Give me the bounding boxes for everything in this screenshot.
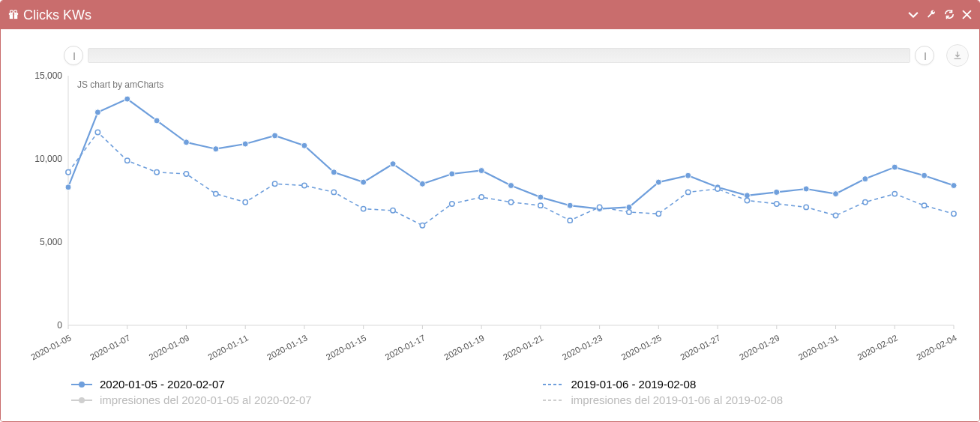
panel-title: Clicks KWs [23, 7, 91, 23]
svg-point-77 [125, 158, 130, 163]
scrollbar-handle-left[interactable]: || [64, 46, 83, 65]
svg-text:2020-01-05: 2020-01-05 [29, 333, 73, 361]
svg-point-65 [685, 172, 691, 178]
svg-point-84 [331, 190, 336, 194]
svg-point-70 [833, 191, 839, 197]
svg-point-87 [420, 223, 424, 228]
svg-point-54 [361, 179, 367, 185]
svg-text:2020-01-17: 2020-01-17 [384, 333, 427, 361]
svg-point-99 [775, 202, 779, 206]
svg-point-97 [715, 187, 720, 191]
panel: Clicks KWs || || 05,00010, [0, 0, 980, 422]
download-icon [952, 50, 963, 61]
svg-point-47 [154, 118, 160, 124]
svg-point-93 [597, 205, 601, 209]
svg-text:10,000: 10,000 [34, 154, 62, 164]
svg-point-100 [804, 205, 808, 209]
svg-point-55 [390, 161, 396, 167]
legend-swatch-grey-dash [543, 395, 564, 406]
close-icon[interactable] [962, 10, 972, 21]
svg-point-4 [14, 10, 17, 13]
svg-point-107 [79, 382, 85, 388]
legend-item-series2[interactable]: 2019-01-06 - 2019-02-08 [543, 378, 970, 391]
svg-point-48 [183, 139, 189, 145]
svg-text:2020-01-27: 2020-01-27 [679, 333, 722, 361]
svg-point-88 [450, 202, 454, 206]
refresh-icon[interactable] [944, 9, 955, 21]
line-chart: 05,00010,00015,000JS chart by amCharts20… [11, 70, 969, 370]
svg-point-75 [66, 170, 70, 175]
svg-point-78 [154, 170, 159, 175]
svg-text:2020-01-09: 2020-01-09 [148, 333, 191, 361]
svg-point-56 [419, 181, 425, 187]
svg-point-79 [184, 172, 188, 176]
svg-point-49 [213, 146, 219, 152]
svg-text:15,000: 15,000 [34, 70, 62, 81]
download-button[interactable] [946, 44, 969, 67]
svg-point-64 [655, 179, 661, 185]
legend-swatch-grey-solid [71, 395, 92, 406]
svg-point-81 [243, 200, 247, 205]
svg-point-98 [745, 198, 749, 202]
panel-body: || || 05,00010,00015,000JS chart by amCh… [1, 29, 979, 421]
svg-point-51 [272, 133, 278, 139]
chart-scrollbar: || || [64, 44, 969, 67]
svg-text:JS chart by amCharts: JS chart by amCharts [77, 79, 163, 90]
svg-point-69 [803, 186, 809, 192]
svg-point-73 [922, 172, 928, 178]
legend-item-series4[interactable]: impresiones del 2019-01-06 al 2019-02-08 [543, 394, 970, 406]
svg-point-58 [478, 168, 484, 174]
svg-point-104 [922, 203, 926, 208]
legend-swatch-solid [71, 379, 92, 390]
svg-point-60 [538, 194, 544, 200]
svg-point-85 [361, 206, 365, 211]
legend-label: 2020-01-05 - 2020-02-07 [100, 378, 225, 391]
legend-item-series3[interactable]: impresiones del 2020-01-05 al 2020-02-07 [71, 394, 498, 406]
scrollbar-handle-right[interactable]: || [915, 46, 934, 65]
svg-point-91 [538, 203, 543, 208]
svg-point-45 [94, 109, 100, 115]
svg-point-74 [951, 183, 957, 189]
svg-point-68 [774, 189, 780, 195]
svg-point-44 [65, 184, 71, 190]
svg-point-53 [331, 169, 337, 175]
svg-text:2020-02-04: 2020-02-04 [915, 333, 958, 361]
svg-point-90 [508, 200, 513, 205]
svg-text:2020-01-21: 2020-01-21 [502, 333, 545, 361]
svg-point-103 [892, 191, 897, 196]
svg-text:2020-01-15: 2020-01-15 [325, 333, 368, 361]
svg-point-72 [892, 164, 898, 170]
legend-label: impresiones del 2019-01-06 al 2019-02-08 [571, 394, 784, 406]
svg-point-95 [656, 211, 661, 216]
svg-text:5,000: 5,000 [40, 237, 62, 247]
legend-item-series1[interactable]: 2020-01-05 - 2020-02-07 [71, 378, 498, 391]
svg-text:2020-01-23: 2020-01-23 [561, 333, 604, 361]
svg-text:2020-01-31: 2020-01-31 [797, 333, 841, 361]
svg-point-80 [214, 191, 218, 196]
legend-swatch-dash [543, 379, 564, 390]
svg-text:2020-01-11: 2020-01-11 [206, 333, 250, 361]
panel-header-actions [908, 9, 972, 21]
svg-point-52 [301, 142, 307, 148]
svg-point-101 [833, 213, 838, 217]
svg-text:2020-01-13: 2020-01-13 [265, 333, 309, 361]
svg-point-102 [863, 200, 868, 205]
svg-text:2020-01-25: 2020-01-25 [620, 333, 664, 361]
svg-point-96 [686, 190, 691, 194]
legend-label: 2019-01-06 - 2019-02-08 [571, 378, 697, 391]
wrench-icon[interactable] [926, 9, 937, 21]
svg-point-94 [627, 210, 631, 214]
svg-point-46 [124, 96, 130, 102]
collapse-icon[interactable] [908, 9, 919, 21]
svg-point-82 [272, 181, 277, 186]
svg-point-71 [862, 176, 868, 182]
panel-header: Clicks KWs [1, 1, 979, 29]
svg-point-109 [79, 397, 85, 403]
gift-icon [8, 9, 19, 22]
svg-text:2020-01-19: 2020-01-19 [442, 333, 486, 361]
chart-area: 05,00010,00015,000JS chart by amCharts20… [11, 70, 969, 370]
legend-label: impresiones del 2020-01-05 al 2020-02-07 [100, 394, 312, 406]
legend: 2020-01-05 - 2020-02-07 impresiones del … [11, 370, 969, 414]
scrollbar-track[interactable] [88, 48, 910, 63]
svg-text:2020-01-07: 2020-01-07 [88, 333, 132, 361]
